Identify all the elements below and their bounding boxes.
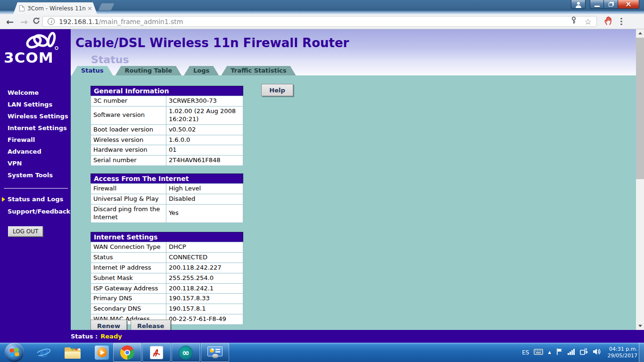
sidebar-menu-item[interactable]: Firewall <box>0 134 71 146</box>
folder-icon <box>65 346 81 359</box>
tab-logs[interactable]: Logs <box>184 66 219 75</box>
general-information-table: General Information 3C number3CRWER300-7… <box>91 86 243 166</box>
url-path: /main_frame_admin1.stm <box>99 18 183 25</box>
help-button[interactable]: Help <box>261 84 293 96</box>
url-bar[interactable]: i 192.168.1.1/main_frame_admin1.stm ☆ <box>42 16 597 27</box>
page-header: Cable/DSL Wireless 11n Firewall Router S… <box>71 29 636 75</box>
reload-icon[interactable] <box>32 16 41 27</box>
row-value: Disabled <box>166 194 243 204</box>
row-value: 190.157.8.33 <box>166 294 243 304</box>
forward-icon[interactable]: → <box>17 16 31 27</box>
scrollbar-thumb[interactable] <box>636 38 644 179</box>
tab-status[interactable]: Status <box>72 66 113 75</box>
taskbar: e ∞ ES ▲ <box>0 343 644 362</box>
screen: 3Com - Wireless 11n Fire × ← → i 192.168… <box>0 0 644 362</box>
info-icon[interactable]: i <box>48 18 55 25</box>
volume-icon[interactable] <box>593 348 601 357</box>
tab-routing-table[interactable]: Routing Table <box>116 66 182 75</box>
sidebar: 3COM WelcomeLAN SettingsWireless Setting… <box>0 29 71 330</box>
table-row: StatusCONNECTED <box>91 252 243 263</box>
sidebar-menu-item[interactable]: Internet Settings <box>0 122 71 134</box>
taskbar-item-acrobat[interactable] <box>142 343 171 362</box>
restore-button[interactable] <box>604 0 618 9</box>
taskbar-item-internet-explorer[interactable]: e <box>31 343 56 362</box>
media-player-icon <box>95 346 109 360</box>
tab-close-icon[interactable]: × <box>87 5 92 11</box>
status-value: Ready <box>100 333 122 340</box>
tray-time: 04:31 p.m. <box>608 346 637 353</box>
page-viewport: 3COM WelcomeLAN SettingsWireless Setting… <box>0 29 644 343</box>
key-icon[interactable] <box>570 16 577 26</box>
main-area: Cable/DSL Wireless 11n Firewall Router S… <box>71 29 636 330</box>
start-button[interactable] <box>5 343 24 362</box>
page-tabs: Status Routing Table Logs Traffic Statis… <box>72 66 296 75</box>
row-value: v0.50.02 <box>166 124 243 135</box>
new-tab-button[interactable] <box>99 3 115 10</box>
table-row: Universal Plug & PlayDisabled <box>91 194 243 204</box>
renew-button[interactable]: Renew <box>91 320 127 330</box>
row-label: 3C number <box>91 96 166 107</box>
taskbar-clock[interactable]: 04:31 p.m. 29/05/2017 <box>608 346 637 359</box>
sidebar-menu-item[interactable]: Welcome <box>0 87 71 99</box>
page-scrollbar[interactable] <box>636 29 644 330</box>
table-row: Serial number2T4HAVN61F848 <box>91 156 243 166</box>
page-status-bar: Status : Ready <box>0 330 644 343</box>
sidebar-item-status-and-logs[interactable]: Status and Logs <box>0 193 71 206</box>
keyboard-icon[interactable] <box>534 348 543 357</box>
status-label: Status : <box>71 333 98 340</box>
table-row: WAN Connection TypeDHCP <box>91 242 243 253</box>
arduino-icon: ∞ <box>179 346 193 360</box>
release-button[interactable]: Release <box>131 320 171 330</box>
row-value: 200.118.242.227 <box>166 263 243 273</box>
table-row: Subnet Mask255.255.254.0 <box>91 273 243 283</box>
tab-traffic-statistics[interactable]: Traffic Statistics <box>221 66 296 75</box>
row-label: Subnet Mask <box>91 273 166 283</box>
wired-network-plug-icon[interactable] <box>580 347 588 357</box>
row-value: DHCP <box>166 242 243 253</box>
action-center-flag-icon[interactable] <box>556 348 562 357</box>
row-label: Primary DNS <box>91 294 166 304</box>
sidebar-menu-item[interactable]: Wireless Settings <box>0 110 71 122</box>
table-header: General Information <box>91 86 243 96</box>
back-icon[interactable]: ← <box>3 16 17 27</box>
minimize-icon <box>594 6 600 7</box>
browser-menu-icon[interactable] <box>620 18 622 25</box>
sidebar-item-support-feedback[interactable]: Support/Feedback <box>0 206 71 218</box>
show-desktop-button[interactable] <box>639 343 644 362</box>
row-value: 2T4HAVN61F848 <box>166 156 243 166</box>
acrobat-icon <box>150 346 163 359</box>
row-value: 1.02.00 (22 Aug 2008 16:20:21) <box>166 106 243 124</box>
table-row: Discard ping from the InternetYes <box>91 204 243 222</box>
browser-toolbar: ← → i 192.168.1.1/main_frame_admin1.stm … <box>0 14 644 29</box>
scroll-down-icon[interactable] <box>636 322 644 330</box>
taskbar-item-arduino[interactable]: ∞ <box>172 343 200 362</box>
language-indicator[interactable]: ES <box>522 349 529 356</box>
internet-settings-table: Internet Settings WAN Connection TypeDHC… <box>91 232 243 325</box>
page-title: Cable/DSL Wireless 11n Firewall Router <box>75 36 349 50</box>
extension-hand-icon[interactable] <box>603 16 614 28</box>
scroll-up-icon[interactable] <box>636 29 644 37</box>
minimize-button[interactable] <box>590 0 604 9</box>
tray-expand-icon[interactable]: ▲ <box>548 350 551 354</box>
sidebar-menu-item[interactable]: Advanced <box>0 146 71 157</box>
sidebar-menu-item[interactable]: VPN <box>0 157 71 169</box>
taskbar-item-system-config[interactable] <box>201 343 229 362</box>
bookmark-star-icon[interactable]: ☆ <box>585 17 592 26</box>
logout-button[interactable]: LOG OUT <box>8 226 43 237</box>
row-value: Yes <box>166 204 243 222</box>
row-value: 190.157.8.1 <box>166 304 243 314</box>
close-button[interactable] <box>618 0 639 9</box>
taskbar-item-explorer[interactable] <box>60 343 85 362</box>
network-signal-icon[interactable] <box>567 348 575 357</box>
row-label: Secondary DNS <box>91 304 166 314</box>
profile-button[interactable] <box>571 0 586 9</box>
taskbar-item-media-player[interactable] <box>90 343 114 362</box>
taskbar-item-chrome[interactable] <box>113 343 141 362</box>
sidebar-menu-item[interactable]: LAN Settings <box>0 99 71 110</box>
sidebar-menu-item[interactable]: System Tools <box>0 169 71 181</box>
row-label: Internet IP address <box>91 263 166 273</box>
sidebar-divider <box>4 188 68 189</box>
row-value: 200.118.242.1 <box>166 283 243 294</box>
chrome-icon <box>120 346 134 360</box>
browser-tab[interactable]: 3Com - Wireless 11n Fire × <box>13 2 97 14</box>
